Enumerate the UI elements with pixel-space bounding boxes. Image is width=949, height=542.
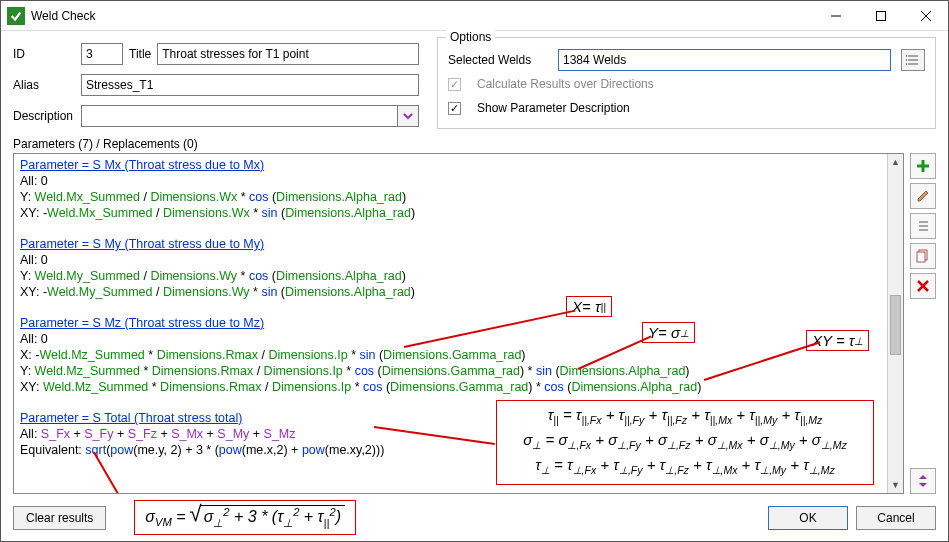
title-field[interactable] xyxy=(157,43,419,65)
list-icon xyxy=(906,53,920,67)
move-button[interactable] xyxy=(910,468,936,494)
description-label: Description xyxy=(13,109,81,123)
chevron-down-icon xyxy=(402,110,414,122)
copy-icon xyxy=(916,249,930,263)
clear-results-button[interactable]: Clear results xyxy=(13,506,106,530)
plus-icon xyxy=(916,159,930,173)
svg-point-7 xyxy=(906,55,907,57)
annotation-y: Y= σ⊥ xyxy=(642,322,695,343)
calc-results-label: Calculate Results over Directions xyxy=(477,77,654,91)
annotation-vm-formula: σVM = √σ⊥2 + 3 * (τ⊥2 + τ||2) xyxy=(134,500,356,535)
edit-button[interactable] xyxy=(910,183,936,209)
app-icon xyxy=(7,7,25,25)
welds-list-button[interactable] xyxy=(901,49,925,71)
svg-point-8 xyxy=(906,59,907,61)
footer: Clear results σVM = √σ⊥2 + 3 * (τ⊥2 + τ|… xyxy=(13,494,936,535)
code-editor[interactable]: Parameter = S Mx (Throat stress due to M… xyxy=(13,153,904,494)
cancel-button[interactable]: Cancel xyxy=(856,506,936,530)
parameters-label: Parameters (7) / Replacements (0) xyxy=(13,137,936,151)
content: ID Title Alias Description Options xyxy=(1,31,948,541)
titlebar: Weld Check xyxy=(1,1,948,31)
maximize-button[interactable] xyxy=(858,1,903,31)
alias-field[interactable] xyxy=(81,74,419,96)
updown-icon xyxy=(916,474,930,488)
scroll-down-icon[interactable]: ▼ xyxy=(888,477,903,493)
delete-button[interactable] xyxy=(910,273,936,299)
copy-button[interactable] xyxy=(910,243,936,269)
svg-rect-1 xyxy=(876,11,885,20)
svg-point-9 xyxy=(906,63,907,65)
pencil-icon xyxy=(916,189,930,203)
window-title: Weld Check xyxy=(31,9,813,23)
scroll-up-icon[interactable]: ▲ xyxy=(888,154,903,170)
description-field[interactable] xyxy=(81,105,397,127)
toolbar xyxy=(910,153,936,494)
annotation-equations: τ|| = τ||,Fx + τ||,Fy + τ||,Fz + τ||,Mx … xyxy=(496,400,874,485)
show-param-desc-checkbox[interactable] xyxy=(448,102,461,115)
add-button[interactable] xyxy=(910,153,936,179)
minimize-button[interactable] xyxy=(813,1,858,31)
description-expand-button[interactable] xyxy=(397,105,419,127)
svg-rect-16 xyxy=(917,252,925,262)
options-legend: Options xyxy=(446,30,495,44)
selected-welds-label: Selected Welds xyxy=(448,53,548,67)
window: Weld Check ID Title Alias Description xyxy=(0,0,949,542)
close-button[interactable] xyxy=(903,1,948,31)
x-icon xyxy=(917,280,929,292)
alias-label: Alias xyxy=(13,78,81,92)
annotation-xy: XY = τ⊥ xyxy=(806,330,869,351)
editor-scrollbar[interactable]: ▲ ▼ xyxy=(887,154,903,493)
title-label: Title xyxy=(129,47,151,61)
ok-button[interactable]: OK xyxy=(768,506,848,530)
annotation-x: X= τ|| xyxy=(566,296,612,317)
show-param-desc-label: Show Parameter Description xyxy=(477,101,630,115)
list-icon xyxy=(916,219,930,233)
left-form: ID Title Alias Description xyxy=(13,41,419,129)
options-group: Options Selected Welds Calculate Results… xyxy=(437,37,936,129)
list-button[interactable] xyxy=(910,213,936,239)
id-label: ID xyxy=(13,47,81,61)
calc-results-checkbox xyxy=(448,78,461,91)
id-field[interactable] xyxy=(81,43,123,65)
selected-welds-field[interactable] xyxy=(558,49,891,71)
